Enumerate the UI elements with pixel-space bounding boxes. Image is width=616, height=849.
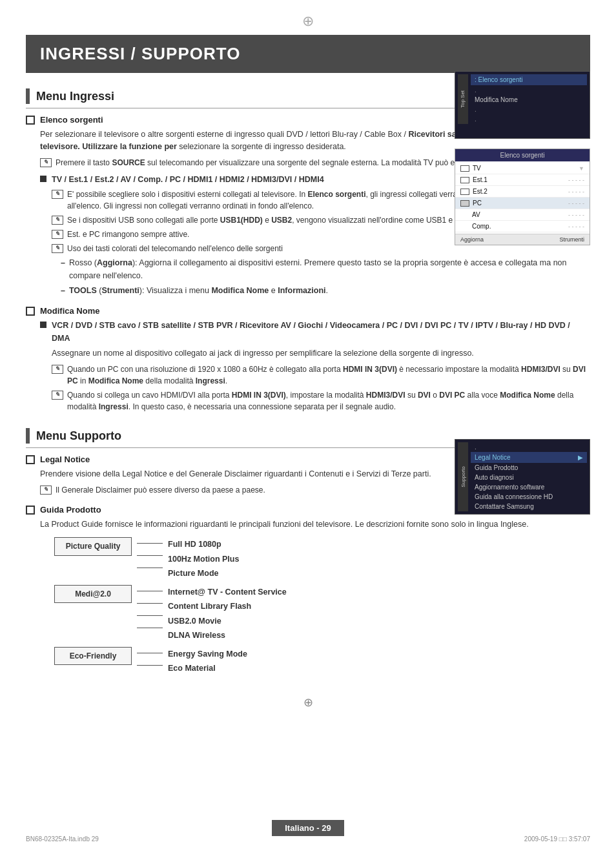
checkbox-bullet3 (26, 455, 35, 464)
list-dots-av: - - - - - (568, 212, 584, 218)
modifica-notes: ✎ Quando un PC con una risoluzione di 19… (40, 363, 590, 413)
mockup-list-item-av: AV - - - - - (455, 209, 590, 221)
pg-items-media: Internet@ TV - Content Service Content L… (168, 585, 287, 643)
mockup-list-item-tv: TV ▼ (455, 163, 590, 174)
mockup-list-item-comp: Comp. - - - - - (455, 221, 590, 232)
pg-items-eco: Energy Saving Mode Eco Material (168, 647, 247, 676)
mockup-item-elenco: : Elenco sorgenti (471, 74, 587, 85)
note-hdmi2-text: Quando si collega un cavo HDMI/DVI alla … (67, 389, 590, 413)
list-dots-comp: - - - - - (568, 223, 584, 230)
note-icon3: ✎ (52, 216, 63, 225)
pg-row-picture: Picture Quality Full HD 1080p 100Hz Moti… (54, 537, 416, 581)
page-footer: Italiano - 29 (0, 820, 616, 836)
mockup-list-items: TV ▼ Est.1 - - - - - Est.2 - - - - - PC … (455, 161, 590, 234)
pg-item-fhd: Full HD 1080p (168, 537, 239, 552)
pg-line3 (137, 568, 163, 568)
page-header: INGRESSI / SUPPORTO (26, 35, 590, 73)
mockup-support: Supporto . Legal Notice ▶ Guida Prodotto… (455, 439, 590, 515)
mockup-item-modifica: Modifica Nome (471, 95, 587, 105)
dash-tools-text: TOOLS (Strumenti): Visualizza i menu Mod… (69, 285, 328, 297)
pg-row-media: Medi@2.0 Internet@ TV - Content Service … (54, 585, 416, 643)
section-title-supporto: Menu Supporto (36, 429, 121, 443)
mockup-footer-strumenti: Strumenti (559, 236, 584, 243)
list-label-comp: Comp. (460, 223, 568, 230)
support-label-legal: Legal Notice (475, 454, 578, 461)
footer-meta-right: 2009-05-19 □□ 3:57:07 (524, 835, 590, 843)
checkbox-bullet4 (26, 506, 35, 515)
support-dot: . (471, 442, 587, 452)
mockup-list-header: Elenco sorgenti (455, 149, 590, 161)
legal-notice-title: Legal Notice (40, 455, 90, 464)
modifica-nome-title: Modifica Nome (40, 306, 99, 316)
pc-icon (460, 200, 469, 207)
note-elenco4-text: Uso dei tasti colorati del telecomando n… (67, 243, 283, 254)
mockup-support-sidebar: Supporto (458, 442, 468, 511)
guida-body: La Product Guide fornisce le informazion… (26, 518, 590, 676)
list-dots-pc: - - - - - (568, 200, 584, 207)
support-item-auto: Auto diagnosi (471, 473, 587, 482)
support-item-hd: Guida alla connessione HD (471, 492, 587, 502)
pg-item-dlna: DLNA Wireless (168, 628, 287, 643)
list-label-est2: Est.2 (473, 188, 568, 195)
mockup-sidebar-text: Top Set (460, 90, 466, 108)
checkbox-bullet2 (26, 307, 35, 316)
pg-line9 (137, 665, 163, 666)
product-guide-table: Picture Quality Full HD 1080p 100Hz Moti… (54, 537, 416, 676)
pg-lines-picture (132, 537, 168, 574)
mockup-footer: Aggiorna Strumenti (455, 234, 590, 245)
mockup-support-inner: Supporto . Legal Notice ▶ Guida Prodotto… (458, 442, 587, 511)
pg-line6 (137, 615, 163, 616)
checkbox-bullet (26, 116, 35, 125)
mockup-support-list: . Legal Notice ▶ Guida Prodotto Auto dia… (471, 442, 587, 511)
pg-item-content: Content Library Flash (168, 599, 287, 614)
vcr-title: VCR / DVD / STB cavo / STB satellite / S… (52, 320, 590, 345)
modifica-nome-desc: Assegnare un nome al dispositivo collega… (40, 347, 590, 360)
mockup-sidebar-label: Top Set (458, 74, 468, 124)
pg-lines-eco (132, 647, 168, 671)
note-icon: ✎ (40, 158, 52, 167)
note-legal-text: Il Generale Disclaimer può essere divers… (56, 484, 265, 496)
subsection-title-modifica: Modifica Nome (26, 306, 590, 316)
mockup-top-menu: Top Set : Elenco sorgenti . Modifica Nom… (455, 71, 590, 139)
note-icon7: ✎ (52, 391, 63, 400)
list-label-tv: TV (473, 165, 579, 172)
dash-icon2: – (61, 285, 65, 297)
pg-item-internet: Internet@ TV - Content Service (168, 585, 287, 600)
section-bar (26, 88, 30, 104)
mockup-support-sidebar-text: Supporto (460, 466, 466, 487)
list-dots-tv: ▼ (579, 165, 584, 172)
list-dots-est2: - - - - - (568, 189, 584, 195)
pg-item-picturemode: Picture Mode (168, 566, 239, 581)
mockup-top-inner: Top Set : Elenco sorgenti . Modifica Nom… (458, 74, 587, 124)
pg-items-picture: Full HD 1080p 100Hz Motion Plus Picture … (168, 537, 239, 581)
note-hdmi1: ✎ Quando un PC con una risoluzione di 19… (52, 363, 590, 387)
support-item-samsung: Contattare Samsung (471, 502, 587, 511)
elenco-sorgenti-title: Elenco sorgenti (40, 115, 103, 125)
note-elenco3-text: Est. e PC rimangono sempre attive. (67, 229, 189, 240)
mockup-item-dot3: . (471, 114, 587, 124)
bottom-crosshair-icon: ⊕ (26, 695, 590, 710)
pg-item-100hz: 100Hz Motion Plus (168, 552, 239, 567)
note-elenco2-text: Se i dispositivi USB sono collegati alle… (67, 214, 477, 226)
tv-icon (460, 165, 469, 172)
top-crosshair-icon: ⊕ (26, 13, 590, 30)
dash-rosso-text: Rosso (Aggiorna): Aggiorna il collegamen… (69, 257, 590, 282)
support-item-legal: Legal Notice ▶ (471, 452, 587, 463)
note-hdmi2: ✎ Quando si collega un cavo HDMI/DVI all… (52, 389, 590, 413)
pg-category-eco: Eco-Friendly (54, 647, 132, 666)
modifica-nome-body: VCR / DVD / STB cavo / STB satellite / S… (26, 320, 590, 413)
est1-icon (460, 177, 469, 183)
mockup-item-dot2: . (471, 105, 587, 114)
list-dots-est1: - - - - - (568, 177, 584, 183)
support-item-aggiornamento: Aggiornamento software (471, 482, 587, 492)
dash-tools: – TOOLS (Strumenti): Visualizza i menu M… (52, 285, 590, 297)
list-label-av: AV (460, 211, 568, 218)
pg-category-picture: Picture Quality (54, 537, 132, 556)
pg-category-media: Medi@2.0 (54, 585, 132, 604)
pg-lines-media (132, 585, 168, 634)
square-bullet-icon (40, 176, 46, 182)
list-label-est1: Est.1 (473, 176, 568, 183)
support-item-guida: Guida Prodotto (471, 463, 587, 473)
subsection-guida: Guida Prodotto La Product Guide fornisce… (26, 505, 590, 676)
note-icon8: ✎ (40, 486, 52, 495)
